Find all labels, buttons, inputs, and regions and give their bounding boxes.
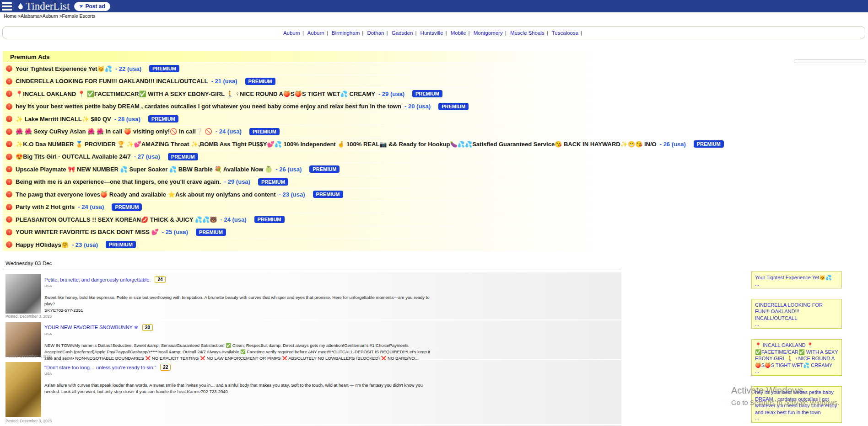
city-link[interactable]: Auburn| [283, 30, 306, 36]
premium-listing-title[interactable]: hey its your best wettes petite baby DRE… [16, 103, 401, 110]
sidebar-ad-title[interactable]: 📍 INCALL OAKLAND 📍 ✅FACETIME/CAR✅ WITH A… [755, 342, 838, 368]
premium-listing-row[interactable]: ↑ The pawg that everyone loves🍑 Ready an… [3, 188, 621, 201]
premium-badge: PREMIUM [309, 165, 340, 173]
premium-listing-age: - 22 (usa) [115, 65, 141, 72]
bump-up-icon: ↑ [6, 154, 12, 160]
premium-listing-row[interactable]: ↑ Happy HOlidays🤗 - 23 (usa) PREMIUM [3, 238, 621, 251]
breadcrumb[interactable]: Home >Alabama>Auburn >Female Escorts [4, 13, 95, 19]
listing-description: NEW IN TOWNMy name is Dallas !Seductive,… [44, 342, 431, 361]
premium-listing-title[interactable]: CINDERELLA LOOKING FOR FUN!!! OAKLAND!!!… [16, 78, 208, 85]
brand-logo[interactable]: TinderList [16, 1, 70, 11]
scrollbar-track[interactable] [794, 59, 866, 63]
sidebar-ad-more: ... [755, 281, 838, 287]
city-link[interactable]: Gadsden| [392, 30, 419, 36]
city-separator: | [324, 30, 330, 36]
city-separator: | [443, 30, 449, 36]
listing-card-body: YOUR NEW FAVORITE SNOWBUNNY ❄ 20 USA NEW… [44, 320, 621, 361]
listing-posted-date: Posted: December 3, 2025 [5, 314, 52, 319]
sidebar-ad-box[interactable]: Your Tightest Experience Yet😼💦 ... [751, 272, 842, 288]
listing-title-link[interactable]: Petite, brunette, and dangerously unforg… [44, 277, 151, 282]
premium-listing-row[interactable]: ↑ Your Tightest Experience Yet😼💦 - 22 (u… [3, 62, 621, 75]
post-ad-label: Post ad [86, 3, 105, 10]
premium-badge: PREMIUM [249, 128, 280, 135]
bump-up-icon: ↑ [6, 229, 12, 235]
flame-icon [16, 2, 25, 11]
city-link[interactable]: Huntsville| [421, 30, 449, 36]
bump-up-icon: ↑ [6, 116, 12, 122]
listing-photo[interactable] [5, 362, 41, 417]
premium-listing-row[interactable]: ↑ ✨K.O Daa NUMBER 🏅 PROVIDER 🏆 ✨💕AMAZING… [3, 138, 621, 150]
premium-listing-title[interactable]: PLEASANTON OUTCALLS !! SEXY KOREAN💋 THIC… [16, 216, 217, 223]
premium-badge: PREMIUM [313, 191, 343, 198]
premium-listing-title[interactable]: Happy HOlidays🤗 [16, 241, 69, 248]
premium-listing-row[interactable]: ↑ 😍Big Tits Girl - OUTCALL Available 24/… [3, 150, 621, 163]
premium-listing-row[interactable]: ↑ PLEASANTON OUTCALLS !! SEXY KOREAN💋 TH… [3, 213, 621, 226]
premium-listing-row[interactable]: ↑ 🌺 🌺 Sexy CuRvy Asian 🌺 🌺 in call 🍑 vis… [3, 125, 621, 138]
listing-title-link[interactable]: "Don't stare too long… unless you're rea… [44, 365, 156, 370]
premium-badge: PREMIUM [258, 178, 288, 186]
city-link[interactable]: Tuscaloosa| [552, 30, 584, 36]
premium-listing-title[interactable]: Party with 2 Hot girls [16, 203, 75, 210]
premium-listing-title[interactable]: ✨ Lake Merritt INCALL✨ $80 QV [16, 116, 111, 122]
premium-listing-row[interactable]: ↑ CINDERELLA LOOKING FOR FUN!!! OAKLAND!… [3, 75, 621, 88]
city-link[interactable]: Auburn| [307, 30, 330, 36]
city-separator: | [578, 30, 584, 36]
bump-up-icon: ↑ [6, 216, 12, 223]
premium-sidebar: Your Tightest Experience Yet😼💦 ... CINDE… [751, 272, 842, 426]
city-link[interactable]: Dothan| [367, 30, 390, 36]
premium-listing-title[interactable]: Upscale Playmate 🎀 NEW NUMBER 💦 Super So… [16, 166, 272, 173]
premium-listing-row[interactable]: ↑ ✨ Lake Merritt INCALL✨ $80 QV - 28 (us… [3, 112, 621, 125]
sidebar-ad-title[interactable]: Your Tightest Experience Yet😼💦 [755, 274, 838, 281]
premium-listing-row[interactable]: ↑ Party with 2 Hot girls - 24 (usa) PREM… [3, 201, 621, 213]
premium-listing-row[interactable]: ↑ Upscale Playmate 🎀 NEW NUMBER 💦 Super … [3, 163, 621, 176]
sidebar-ad-box[interactable]: hey its your best wettes petite baby DRE… [751, 386, 842, 423]
city-nav-box: Auburn| Auburn| Birmingham| Dothan| Gads… [2, 26, 865, 39]
city-separator: | [360, 30, 366, 36]
listing-photo[interactable] [5, 274, 41, 314]
city-link[interactable]: Mobile| [451, 30, 472, 36]
premium-listing-list: ↑ Your Tightest Experience Yet😼💦 - 22 (u… [3, 62, 621, 251]
city-link[interactable]: Birmingham| [332, 30, 366, 36]
premium-listing-age: - 29 (usa) [224, 178, 250, 185]
sidebar-ad-title[interactable]: CINDERELLA LOOKING FOR FUN!!! OAKLAND!!!… [755, 302, 838, 322]
premium-badge: PREMIUM [196, 229, 226, 236]
bump-up-icon: ↑ [6, 204, 12, 210]
listing-photo[interactable] [5, 322, 41, 357]
premium-listing-title[interactable]: 📍INCALL OAKLAND 📍 ✅FACETIME/CAR✅ WITH A … [16, 91, 375, 97]
premium-listing-title[interactable]: Your Tightest Experience Yet😼💦 [16, 65, 112, 72]
listing-location: USA [44, 284, 621, 288]
premium-listing-row[interactable]: ↑ hey its your best wettes petite baby D… [3, 100, 621, 113]
premium-listing-row[interactable]: ↑ YOUR WINTER FAVORITE IS BACK DONT MISS… [3, 226, 621, 239]
premium-badge: PREMIUM [168, 153, 198, 160]
premium-listing-title[interactable]: 😍Big Tits Girl - OUTCALL Available 24/7 [16, 153, 131, 160]
city-separator: | [300, 30, 306, 36]
listing-title-link[interactable]: YOUR NEW FAVORITE SNOWBUNNY ❄ [44, 325, 138, 330]
top-navbar: TinderList ➤ Post ad [0, 0, 868, 12]
bump-up-icon: ↑ [6, 103, 12, 110]
age-badge: 24 [155, 276, 165, 283]
age-badge: 22 [160, 364, 171, 371]
premium-listing-age: - 25 (usa) [162, 229, 188, 235]
premium-listing-title[interactable]: The pawg that everyone loves🍑 Ready and … [16, 191, 275, 198]
premium-listing-row[interactable]: ↑ 📍INCALL OAKLAND 📍 ✅FACETIME/CAR✅ WITH … [3, 87, 621, 100]
premium-listing-title[interactable]: 🌺 🌺 Sexy CuRvy Asian 🌺 🌺 in call 🍑 visit… [16, 128, 212, 135]
premium-listing-title[interactable]: YOUR WINTER FAVORITE IS BACK DONT MISS 💕 [16, 229, 159, 235]
sidebar-ad-box[interactable]: 📍 INCALL OAKLAND 📍 ✅FACETIME/CAR✅ WITH A… [751, 339, 842, 376]
premium-ads-heading: Premium Ads [3, 51, 621, 62]
listing-card-body: Petite, brunette, and dangerously unforg… [44, 272, 621, 313]
premium-listing-title[interactable]: Being with me is an experience—one that … [16, 178, 221, 185]
sidebar-ad-title[interactable]: hey its your best wettes petite baby DRE… [755, 389, 838, 415]
premium-badge: PREMIUM [694, 140, 724, 148]
bump-up-icon: ↑ [6, 65, 12, 72]
hamburger-menu-icon[interactable] [2, 2, 12, 11]
premium-badge: PREMIUM [254, 216, 285, 223]
post-ad-button[interactable]: ➤ Post ad [74, 2, 110, 11]
premium-listing-row[interactable]: ↑ Being with me is an experience—one tha… [3, 176, 621, 188]
bump-up-icon: ↑ [6, 78, 12, 85]
city-link[interactable]: Montgomery| [474, 30, 509, 36]
sidebar-ad-box[interactable]: CINDERELLA LOOKING FOR FUN!!! OAKLAND!!!… [751, 299, 842, 329]
city-link[interactable]: Muscle Shoals| [510, 30, 550, 36]
listing-card: Petite, brunette, and dangerously unforg… [3, 272, 621, 320]
bump-up-icon: ↑ [6, 241, 12, 248]
premium-listing-title[interactable]: ✨K.O Daa NUMBER 🏅 PROVIDER 🏆 ✨💕AMAZING T… [16, 141, 657, 148]
